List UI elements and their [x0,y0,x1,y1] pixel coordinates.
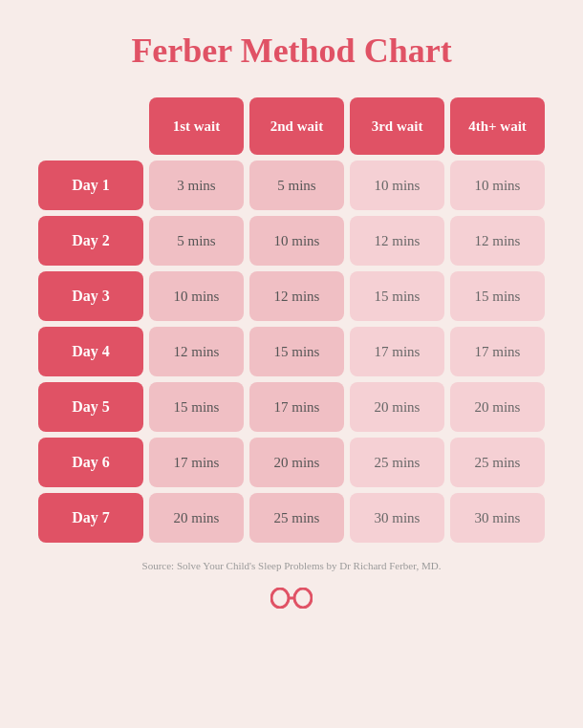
row-6-col-1: 17 mins [149,438,244,487]
row-6-col-2: 20 mins [249,438,344,487]
row-5-col-1: 15 mins [149,382,244,432]
day-2-label: Day 2 [38,216,143,266]
day-3-label: Day 3 [38,271,143,321]
row-6-col-3: 25 mins [350,438,444,487]
row-4-col-4: 17 mins [450,327,545,376]
row-7-col-2: 25 mins [249,493,344,543]
row-2-col-4: 12 mins [450,216,545,266]
header-col-2: 2nd wait [249,97,344,155]
header-col-1: 1st wait [149,97,244,155]
day-6-label: Day 6 [38,438,143,487]
day-7-label: Day 7 [38,493,143,543]
row-3-col-2: 12 mins [249,271,344,321]
row-5-col-4: 20 mins [450,382,545,432]
row-6-col-4: 25 mins [450,438,545,487]
row-2-col-1: 5 mins [149,216,244,266]
source-text: Source: Solve Your Child's Sleep Problem… [142,560,442,571]
table-wrapper: 1st wait 2nd wait 3rd wait 4th+ wait Day… [38,97,545,543]
row-1-col-1: 3 mins [149,161,244,210]
corner-cell [38,97,143,155]
row-7-col-1: 20 mins [149,493,244,543]
page-title: Ferber Method Chart [131,31,451,71]
row-4-col-3: 17 mins [350,327,444,376]
row-1-col-4: 10 mins [450,161,545,210]
row-3-col-4: 15 mins [450,271,545,321]
header-col-3: 3rd wait [350,97,444,155]
row-7-col-4: 30 mins [450,493,545,543]
day-1-label: Day 1 [38,161,143,210]
day-5-label: Day 5 [38,382,143,432]
row-2-col-3: 12 mins [350,216,444,266]
svg-rect-1 [294,589,312,608]
svg-rect-0 [271,589,289,608]
row-2-col-2: 10 mins [249,216,344,266]
row-7-col-3: 30 mins [350,493,444,543]
day-4-label: Day 4 [38,327,143,376]
row-3-col-1: 10 mins [149,271,244,321]
row-5-col-2: 17 mins [249,382,344,432]
grid: 1st wait 2nd wait 3rd wait 4th+ wait Day… [38,97,545,543]
logo-icon [270,585,313,615]
header-col-4: 4th+ wait [450,97,545,155]
row-4-col-1: 12 mins [149,327,244,376]
row-3-col-3: 15 mins [350,271,444,321]
row-5-col-3: 20 mins [350,382,444,432]
row-1-col-2: 5 mins [249,161,344,210]
row-1-col-3: 10 mins [350,161,444,210]
row-4-col-2: 15 mins [249,327,344,376]
card: Ferber Method Chart 1st wait 2nd wait 3r… [0,0,583,728]
